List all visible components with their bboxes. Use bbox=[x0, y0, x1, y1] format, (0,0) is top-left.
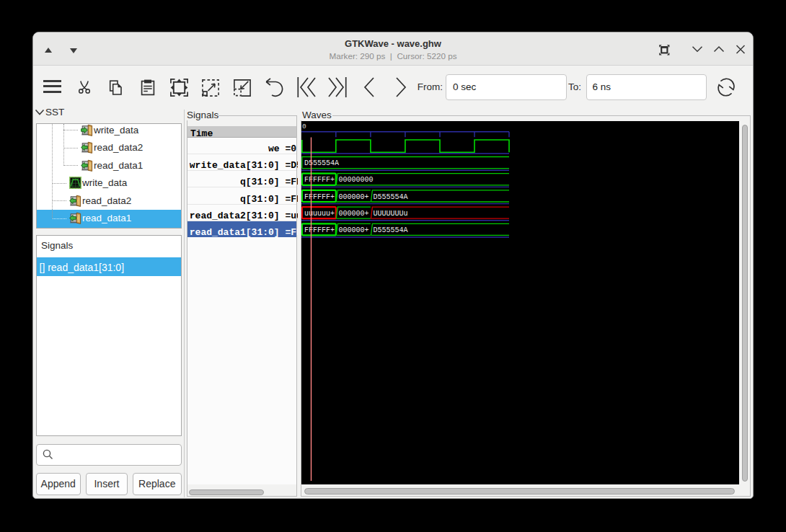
svg-text:D555554A: D555554A bbox=[373, 193, 407, 201]
svg-text:000000+: 000000+ bbox=[338, 210, 368, 218]
svg-text:FFFFFF+: FFFFFF+ bbox=[304, 226, 335, 234]
svg-text:UUUUUUUu: UUUUUUUu bbox=[373, 210, 407, 218]
svg-text:FFFFFF+: FFFFFF+ bbox=[304, 193, 335, 201]
svg-text:00000000: 00000000 bbox=[338, 176, 373, 184]
svg-text:000000+: 000000+ bbox=[338, 226, 368, 234]
svg-text:0: 0 bbox=[302, 123, 306, 130]
svg-text:FFFFFF+: FFFFFF+ bbox=[304, 176, 335, 184]
svg-text:D555554A: D555554A bbox=[373, 226, 407, 234]
svg-text:000000+: 000000+ bbox=[338, 193, 368, 201]
svg-text:D555554A: D555554A bbox=[304, 159, 339, 167]
svg-text:uuuuuu+: uuuuuu+ bbox=[304, 210, 335, 218]
